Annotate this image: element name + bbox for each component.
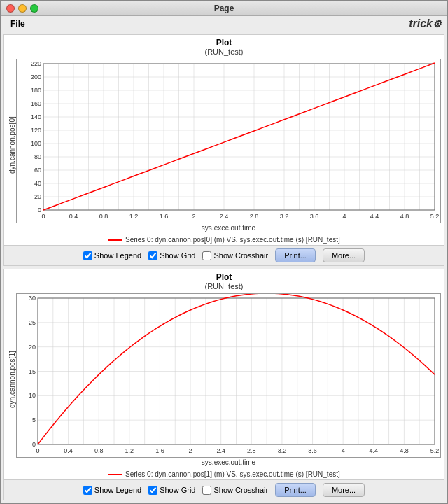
plot2-more-button[interactable]: More... [323,483,365,497]
plot1-show-crosshair-checkbox[interactable] [202,251,211,260]
plot2-show-legend-checkbox[interactable] [83,486,92,495]
plot1-area: dyn.cannon.pos[0] sys.exec.out.time [4,57,444,234]
plot2-section: Plot (RUN_test) dyn.cannon.pos[1] sys.ex… [4,269,444,500]
plot1-chart [16,59,441,223]
plot1-controls: Show Legend Show Grid Show Crosshair Pri… [4,245,444,265]
plot2-title: Plot [4,272,444,282]
plot2-chart-container: sys.exec.out.time [16,293,441,466]
file-menu[interactable]: File [6,18,29,30]
plot1-show-grid-label[interactable]: Show Grid [148,251,195,260]
plot1-canvas [17,59,440,223]
plot1-legend: Series 0: dyn.cannon.pos[0] (m) VS. sys.… [4,236,444,244]
plot2-legend-icon [108,474,122,475]
plot2-print-button[interactable]: Print... [275,483,316,497]
plot1-x-label: sys.exec.out.time [16,224,441,232]
plot1-title: Plot [4,38,444,48]
plot2-show-crosshair-checkbox[interactable] [202,486,211,495]
plot2-show-legend-label[interactable]: Show Legend [83,486,141,495]
plot2-canvas [17,294,440,457]
plot1-chart-container: sys.exec.out.time [16,59,441,232]
plot1-show-crosshair-label[interactable]: Show Crosshair [202,251,268,260]
gear-icon: ⚙ [433,18,442,29]
main-window: Page File trick⚙ Plot (RUN_test) dyn.can… [0,0,448,504]
plot2-show-grid-checkbox[interactable] [148,486,158,495]
plot2-show-crosshair-label[interactable]: Show Crosshair [202,486,268,495]
plot2-controls: Show Legend Show Grid Show Crosshair Pri… [4,479,444,500]
plot2-chart [16,293,441,458]
close-button[interactable] [6,4,15,13]
plot2-show-grid-label[interactable]: Show Grid [148,486,195,495]
plot1-section: Plot (RUN_test) dyn.cannon.pos[0] sys.ex… [4,34,444,266]
plot1-subtitle: (RUN_test) [4,48,444,56]
plot2-y-label: dyn.cannon.pos[1] [7,293,16,466]
maximize-button[interactable] [30,4,38,13]
trick-logo: trick⚙ [409,18,442,30]
plot1-show-legend-checkbox[interactable] [83,251,92,260]
menu-bar: File trick⚙ [1,16,447,31]
window-controls[interactable] [6,4,38,13]
content-area: Plot (RUN_test) dyn.cannon.pos[0] sys.ex… [1,31,447,503]
plot1-legend-icon [108,239,122,241]
plot2-area: dyn.cannon.pos[1] sys.exec.out.time [4,292,444,469]
plot1-y-label: dyn.cannon.pos[0] [7,59,16,232]
plot2-legend: Series 0: dyn.cannon.pos[1] (m) VS. sys.… [4,470,444,478]
minimize-button[interactable] [18,4,27,13]
window-title: Page [214,4,234,13]
plot2-subtitle: (RUN_test) [4,282,444,290]
plot1-show-legend-label[interactable]: Show Legend [83,251,141,260]
plot2-x-label: sys.exec.out.time [16,458,441,466]
title-bar: Page [1,1,447,16]
plot1-show-grid-checkbox[interactable] [148,251,158,260]
plot1-print-button[interactable]: Print... [275,248,316,262]
plot1-more-button[interactable]: More... [323,248,365,262]
